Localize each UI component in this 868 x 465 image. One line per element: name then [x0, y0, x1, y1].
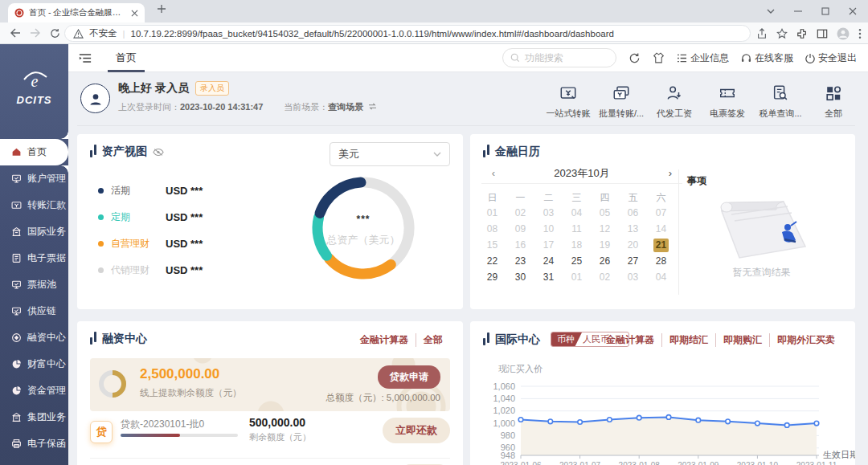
sidebar-item-2[interactable]: 转账汇款 — [0, 192, 68, 218]
calendar-day[interactable]: 23 — [506, 253, 534, 269]
menu-safe-logout-label: 安全退出 — [818, 51, 857, 65]
bookmark-star-icon[interactable] — [776, 28, 788, 39]
calendar-day[interactable]: 22 — [478, 253, 506, 269]
switch-scene-icon[interactable] — [368, 103, 377, 110]
international-link-2[interactable]: 即期购汇 — [715, 333, 769, 347]
financing-center-panel: 融资中心 金融计算器全部 2,500,000.00 线上提款剩余额度（元） 贷款… — [77, 321, 463, 465]
collapse-menu-icon[interactable] — [79, 53, 92, 63]
maximize-icon[interactable] — [812, 0, 839, 22]
calendar-prev-icon[interactable]: ‹ — [481, 167, 506, 179]
address-bar[interactable]: 不安全 | 10.7.19.22:8999/fpaas_bucket/94154… — [64, 25, 751, 42]
refresh-icon[interactable] — [628, 52, 641, 64]
sidebar-item-5[interactable]: 票据池 — [0, 271, 68, 298]
sidebar-item-label: 票据池 — [27, 278, 56, 292]
quick-action-5[interactable]: 全部 — [807, 77, 860, 120]
calendar-day[interactable]: 25 — [563, 253, 591, 269]
repay-now-button[interactable]: 立即还款 — [383, 418, 450, 443]
calendar-day[interactable]: 30 — [506, 269, 534, 285]
sidebar-item-10[interactable]: 集团业务 — [0, 404, 68, 430]
calendar-day[interactable]: 07 — [647, 205, 675, 221]
calendar-day[interactable]: 08 — [478, 221, 506, 237]
calendar-day[interactable]: 05 — [591, 205, 619, 221]
currency-select[interactable]: 美元 — [330, 142, 450, 166]
quick-action-4[interactable]: 税单查询... — [754, 77, 807, 120]
calendar-day[interactable]: 02 — [506, 205, 534, 221]
calendar-day[interactable]: 16 — [506, 237, 534, 253]
function-search-input[interactable]: 功能搜索 — [502, 48, 616, 67]
financing-link-0[interactable]: 金融计算器 — [353, 333, 416, 347]
calendar-day[interactable]: 04 — [647, 269, 675, 285]
minimize-icon[interactable] — [784, 0, 812, 22]
quick-action-3[interactable]: 电票签发 — [701, 77, 754, 120]
calendar-day[interactable]: 01 — [478, 205, 506, 221]
current-scene[interactable]: 当前场景：查询场景 — [284, 101, 377, 113]
sidebar-item-8[interactable]: 财富中心 — [0, 351, 68, 377]
calendar-day[interactable]: 27 — [619, 253, 647, 269]
international-link-0[interactable]: 金融计算器 — [599, 333, 661, 347]
forward-icon[interactable] — [25, 28, 45, 38]
financing-link-1[interactable]: 全部 — [416, 333, 450, 347]
sidebar-item-9[interactable]: 资金管理 — [0, 377, 68, 404]
calendar-day[interactable]: 26 — [591, 253, 619, 269]
calendar-day[interactable]: 03 — [534, 205, 563, 221]
calendar-day[interactable]: 29 — [478, 269, 506, 285]
calendar-day[interactable]: 15 — [478, 237, 506, 253]
extensions-puzzle-icon[interactable] — [796, 28, 808, 39]
international-link-3[interactable]: 即期外汇买卖 — [769, 333, 842, 347]
calendar-day[interactable]: 03 — [619, 269, 647, 285]
calendar-day[interactable]: 01 — [563, 269, 591, 285]
calendar-day[interactable]: 18 — [563, 237, 591, 253]
calendar-day[interactable]: 24 — [534, 253, 563, 269]
sidebar-item-11[interactable]: 电子保函 — [0, 430, 68, 457]
share-icon[interactable] — [756, 28, 768, 39]
quick-action-1[interactable]: 批量转账/... — [595, 77, 648, 120]
sidebar-item-3[interactable]: 国际业务 — [0, 218, 68, 245]
loan-amount-label: 剩余额度（元） — [249, 431, 311, 443]
menu-online-service[interactable]: 在线客服 — [741, 51, 793, 65]
reload-icon[interactable] — [45, 28, 65, 39]
calendar-day[interactable]: 13 — [619, 221, 647, 237]
quick-actions: 一站式转账批量转账/...代发工资电票签发税单查询...全部 — [542, 77, 860, 120]
international-link-1[interactable]: 即期结汇 — [661, 333, 715, 347]
app-tab-home[interactable]: 首页 — [111, 44, 141, 72]
last-login: 上次登录时间：2023-10-20 14:31:47 — [118, 101, 263, 113]
tab-close-icon[interactable] — [131, 10, 138, 17]
sidebar-item-1[interactable]: 账户管理 — [0, 165, 68, 192]
sidebar-item-6[interactable]: 供应链 — [0, 298, 68, 324]
calendar-day-selected[interactable]: 21 — [647, 237, 675, 253]
calendar-day[interactable]: 11 — [563, 221, 591, 237]
calendar-day[interactable]: 17 — [534, 237, 563, 253]
side-panel-icon[interactable] — [817, 28, 828, 39]
sidebar-item-0[interactable]: 首页 — [0, 139, 68, 165]
sidebar-item-4[interactable]: 电子票据 — [0, 245, 68, 271]
quick-action-2[interactable]: 代发工资 — [648, 77, 701, 120]
close-icon[interactable] — [839, 0, 866, 22]
calendar-day[interactable]: 04 — [563, 205, 591, 221]
browser-menu-dots-icon[interactable] — [858, 28, 862, 39]
asset-legend: 活期USD ***定期USD ***自营理财USD ***代销理财USD *** — [98, 177, 203, 283]
profile-avatar-icon[interactable] — [837, 27, 850, 40]
loan-apply-button[interactable]: 贷款申请 — [378, 365, 440, 389]
calendar-day[interactable]: 12 — [591, 221, 619, 237]
calendar-day[interactable]: 31 — [534, 269, 563, 285]
new-tab-icon[interactable] — [154, 4, 169, 14]
calendar-day[interactable]: 20 — [619, 237, 647, 253]
calendar-day[interactable]: 19 — [591, 237, 619, 253]
calendar-day[interactable]: 02 — [591, 269, 619, 285]
menu-company-info[interactable]: 企业信息 — [677, 51, 729, 65]
loan-name: 贷款-20230101-批0 — [121, 418, 204, 431]
sidebar-item-7[interactable]: 融资中心 — [0, 324, 68, 351]
calendar-day[interactable]: 28 — [647, 253, 675, 269]
browser-tab[interactable]: 首页 - 企业综合金融服务平台 — [8, 3, 145, 22]
calendar-day[interactable]: 06 — [619, 205, 647, 221]
menu-safe-logout[interactable]: 安全退出 — [805, 51, 857, 65]
eye-off-icon[interactable] — [153, 148, 164, 157]
calendar-day[interactable]: 14 — [647, 221, 675, 237]
theme-skin-icon[interactable] — [653, 52, 665, 63]
calendar-day[interactable]: 09 — [506, 221, 534, 237]
calendar-day[interactable]: 10 — [534, 221, 563, 237]
quick-action-0[interactable]: 一站式转账 — [542, 77, 595, 120]
not-secure-warning-icon[interactable] — [73, 29, 84, 39]
back-icon[interactable] — [5, 28, 25, 38]
browser-menu-chevron-icon[interactable] — [757, 0, 784, 22]
